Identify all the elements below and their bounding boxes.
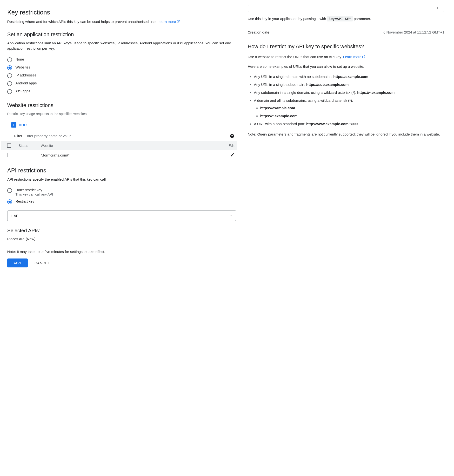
radio-icon (7, 89, 12, 94)
dropdown-value: 1 API (11, 214, 20, 218)
usage-code: key=API_KEY (327, 16, 353, 22)
list-item: A URL with a non-standard port: http://w… (254, 121, 444, 127)
chevron-down-icon (230, 214, 233, 217)
list-item: A domain and all its subdomains, using a… (254, 97, 444, 119)
help-learn-more-link[interactable]: Learn more (343, 55, 365, 59)
help-intro: Use a website to restrict the URLs that … (248, 54, 444, 60)
api-count-dropdown[interactable]: 1 API (7, 210, 236, 221)
radio-icon (7, 200, 12, 204)
save-button[interactable]: SAVE (7, 259, 28, 268)
col-edit-header: Edit (225, 144, 235, 148)
svg-text:?: ? (231, 134, 233, 138)
radio-icon (7, 57, 12, 62)
external-link-icon (177, 20, 180, 23)
learn-more-link[interactable]: Learn more (158, 20, 180, 24)
api-restrictions-desc: API restrictions specify the enabled API… (7, 177, 236, 182)
examples-intro: Here are some examples of URLs that you … (248, 64, 444, 69)
help-icon[interactable]: ? (230, 134, 235, 138)
filter-input[interactable] (25, 134, 227, 138)
website-restrictions-title: Website restrictions (7, 102, 236, 108)
api-key-display-box (248, 5, 444, 12)
list-item: https://*.example.com (260, 113, 444, 119)
app-restriction-radio-group: None Websites IP addresses Android apps … (7, 56, 236, 95)
filter-bar: Filter ? (1, 131, 237, 141)
radio-websites[interactable]: Websites (7, 64, 236, 72)
app-restriction-desc: Application restrictions limit an API ke… (7, 40, 236, 51)
filter-icon (7, 134, 12, 138)
plus-icon (11, 122, 16, 128)
radio-restrict-key[interactable]: Restrict key (7, 198, 236, 206)
radio-ip-addresses[interactable]: IP addresses (7, 72, 236, 80)
row-checkbox[interactable] (7, 153, 11, 157)
radio-icon (7, 65, 12, 70)
table-header: Status Website Edit (1, 141, 237, 150)
api-restriction-radio-group: Don't restrict key This key can call any… (7, 186, 236, 206)
list-item: Any URL in a single domain with no subdo… (254, 73, 444, 80)
radio-none[interactable]: None (7, 56, 236, 64)
radio-icon (7, 81, 12, 86)
external-link-icon (362, 55, 365, 58)
radio-ios-apps[interactable]: iOS apps (7, 88, 236, 95)
add-website-button[interactable]: ADD (10, 120, 28, 130)
edit-icon[interactable] (230, 153, 235, 157)
select-all-checkbox[interactable] (7, 144, 11, 148)
creation-date-value: 6 November 2024 at 11:12:52 GMT+1 (383, 30, 444, 34)
col-website-header: Website (41, 144, 222, 148)
key-restrictions-desc: Restricting where and for which APIs thi… (7, 19, 236, 25)
svg-rect-2 (438, 8, 440, 10)
list-item: https://example.com (260, 105, 444, 111)
radio-icon (7, 73, 12, 78)
cancel-button[interactable]: CANCEL (34, 261, 50, 265)
selected-api-item: Places API (New) (7, 237, 236, 241)
key-restrictions-title: Key restrictions (7, 9, 236, 16)
help-title: How do I restrict my API key to specific… (248, 43, 444, 50)
table-row: *.formcrafts.com/* (1, 150, 237, 160)
usage-hint: Use this key in your application by pass… (248, 16, 444, 22)
settings-delay-note: Note: It may take up to five minutes for… (7, 250, 236, 254)
url-examples-list: Any URL in a single domain with no subdo… (248, 73, 444, 127)
radio-icon (7, 188, 12, 193)
website-restrictions-desc: Restrict key usage requests to the speci… (7, 111, 236, 116)
help-note: Note: Query parameters and fragments are… (248, 131, 444, 137)
creation-date-label: Creation date (248, 30, 269, 34)
api-restrictions-title: API restrictions (7, 167, 236, 174)
row-website: *.formcrafts.com/* (41, 153, 222, 157)
radio-dont-restrict[interactable]: Don't restrict key This key can call any… (7, 186, 236, 198)
col-status-header: Status (19, 144, 38, 148)
radio-android-apps[interactable]: Android apps (7, 80, 236, 88)
list-item: Any URL in a single subdomain: https://s… (254, 81, 444, 88)
list-item: Any subdomain in a single domain, using … (254, 89, 444, 96)
selected-apis-title: Selected APIs: (7, 228, 236, 233)
app-restriction-title: Set an application restriction (7, 31, 236, 38)
copy-icon[interactable] (436, 6, 441, 11)
filter-label: Filter (14, 134, 22, 138)
creation-date-row: Creation date 6 November 2024 at 11:12:5… (248, 27, 444, 37)
